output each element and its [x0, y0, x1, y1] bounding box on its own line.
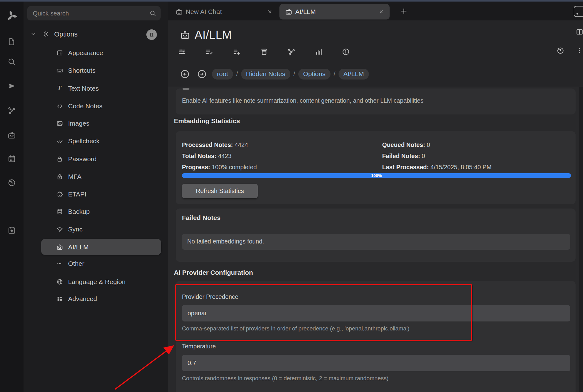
info-icon[interactable]: [342, 48, 350, 56]
plus-icon[interactable]: [400, 7, 408, 15]
main-pane: New AI Chat AI/LLM AI/LLM: [168, 2, 583, 392]
sidebar-item-label: Backup: [68, 208, 90, 215]
sidebar-item-sync[interactable]: Sync: [24, 225, 168, 234]
sidebar-item-label: MFA: [68, 173, 81, 180]
bar-chart-icon[interactable]: [315, 48, 323, 56]
back-icon[interactable]: [180, 69, 190, 79]
temperature-label: Temperature: [182, 343, 216, 350]
temperature-input[interactable]: [182, 355, 570, 371]
sidebar-item-advanced[interactable]: Advanced: [24, 295, 168, 304]
sidebar-item-label: Other: [68, 260, 84, 267]
archive-icon[interactable]: [260, 48, 268, 56]
forward-icon[interactable]: [197, 69, 207, 79]
breadcrumb: root / Hidden Notes / Options / AI/LLM: [212, 68, 369, 80]
sliders-icon[interactable]: [178, 48, 186, 56]
close-icon[interactable]: [267, 9, 273, 15]
toggle-cutoff[interactable]: [183, 88, 189, 90]
send-icon[interactable]: [7, 82, 16, 90]
list-check-icon[interactable]: [205, 48, 214, 56]
sidebar-item-label: Sync: [68, 226, 83, 233]
sidebar-item-appearance[interactable]: Appearance: [24, 49, 168, 58]
sidebar-item-language-region[interactable]: Language & Region: [24, 278, 168, 287]
provider-precedence-input[interactable]: [182, 305, 570, 321]
sidebar-item-images[interactable]: Images: [24, 119, 168, 128]
search-input[interactable]: [27, 6, 161, 20]
close-icon[interactable]: [378, 9, 384, 15]
wifi-icon: [56, 226, 63, 233]
calendar-star-icon[interactable]: [7, 226, 16, 235]
tab-ai-llm[interactable]: AI/LLM: [279, 4, 390, 19]
sidebar-item-shortcuts[interactable]: Shortcuts: [24, 66, 168, 75]
processed-notes-stat: Processed Notes: 4424: [182, 141, 248, 149]
progress-stat: Progress: 100% completed: [182, 164, 257, 171]
sidebar-item-other[interactable]: Other: [24, 259, 168, 269]
chevron-down-icon[interactable]: [30, 31, 37, 37]
new-note-icon[interactable]: [7, 37, 16, 46]
stat-label: Queued Notes:: [382, 141, 425, 148]
sidebar-item-etapi[interactable]: ETAPI: [24, 190, 168, 199]
breadcrumb-root[interactable]: root: [212, 69, 233, 80]
tree-root-options[interactable]: Options: [24, 29, 168, 41]
network-icon[interactable]: [287, 48, 296, 56]
kebab-icon[interactable]: [575, 46, 583, 54]
ai-description-panel: Enable AI features like note summarizati…: [176, 88, 576, 114]
failed-notes-empty-box: No failed embeddings found.: [182, 234, 570, 250]
sidebar-item-text-notes[interactable]: T Text Notes: [24, 84, 168, 93]
robot-icon: [56, 244, 63, 251]
ai-provider-configuration-panel: Provider Precedence Comma-separated list…: [176, 281, 576, 392]
robot-icon: [175, 8, 183, 15]
split-panel-icon[interactable]: [576, 28, 583, 36]
stat-label: Progress:: [182, 164, 210, 170]
close-options-button[interactable]: [146, 29, 157, 40]
note-window-icon[interactable]: [574, 6, 583, 17]
tab-label: AI/LLM: [295, 8, 316, 15]
breadcrumb-ai-llm[interactable]: AI/LLM: [339, 69, 369, 80]
sidebar-item-code-notes[interactable]: Code Notes: [24, 102, 168, 111]
robot-icon: [285, 8, 292, 15]
progress-percent-label: 100%: [182, 173, 571, 178]
sidebar-item-label: Advanced: [68, 295, 97, 303]
robot-icon: [180, 30, 190, 40]
tab-new-ai-chat[interactable]: New AI Chat: [170, 4, 278, 19]
stat-value: 100% completed: [212, 164, 257, 170]
sidebar-item-password[interactable]: Password: [24, 155, 168, 164]
list-plus-icon[interactable]: [233, 48, 241, 56]
scrollbar-track[interactable]: [579, 87, 583, 392]
breadcrumb-options[interactable]: Options: [298, 69, 330, 80]
refresh-statistics-button[interactable]: Refresh Statistics: [182, 184, 258, 198]
embedding-statistics-panel: Processed Notes: 4424 Total Notes: 4423 …: [176, 131, 576, 204]
sidebar-item-spellcheck[interactable]: Spellcheck: [24, 137, 168, 146]
spellcheck-icon: [56, 138, 63, 144]
provider-precedence-hint: Comma-separated list of providers in ord…: [182, 325, 409, 332]
quick-search[interactable]: [27, 6, 161, 20]
progress-bar: 100%: [182, 173, 571, 178]
robot-icon[interactable]: [7, 131, 16, 140]
search-icon[interactable]: [7, 58, 16, 66]
last-processed-stat: Last Processed: 4/15/2025, 8:05:40 PM: [382, 164, 491, 171]
breadcrumb-hidden-notes[interactable]: Hidden Notes: [241, 69, 290, 80]
stat-value: 4424: [235, 141, 248, 148]
stat-value: 0: [427, 141, 430, 148]
sidebar-item-label: Language & Region: [68, 278, 126, 286]
ai-feature-description: Enable AI features like note summarizati…: [182, 97, 423, 104]
image-icon: [56, 120, 63, 127]
dots-icon: [56, 260, 63, 267]
total-notes-stat: Total Notes: 4423: [182, 153, 231, 160]
options-label[interactable]: Options: [54, 30, 78, 38]
calendar-icon[interactable]: [7, 154, 16, 163]
sidebar-item-backup[interactable]: Backup: [24, 207, 168, 217]
sidebar-item-label: AI/LLM: [68, 243, 89, 251]
tab-label: New AI Chat: [186, 8, 222, 15]
history-icon[interactable]: [7, 178, 16, 187]
history-icon[interactable]: [556, 46, 564, 54]
database-icon: [56, 208, 63, 215]
sidebar-item-label: Images: [68, 120, 89, 127]
ai-provider-configuration-heading: AI Provider Configuration: [174, 269, 253, 276]
network-icon[interactable]: [7, 106, 16, 115]
sidebar-item-ai-llm[interactable]: AI/LLM: [24, 243, 168, 252]
globe-icon: [56, 278, 63, 285]
sidebar-item-mfa[interactable]: MFA: [24, 172, 168, 182]
failed-notes-message: No failed embeddings found.: [187, 238, 264, 245]
note-tree-sidebar: Options Appearance Shortcuts T Text Note…: [24, 2, 168, 392]
provider-precedence-label: Provider Precedence: [182, 293, 238, 300]
